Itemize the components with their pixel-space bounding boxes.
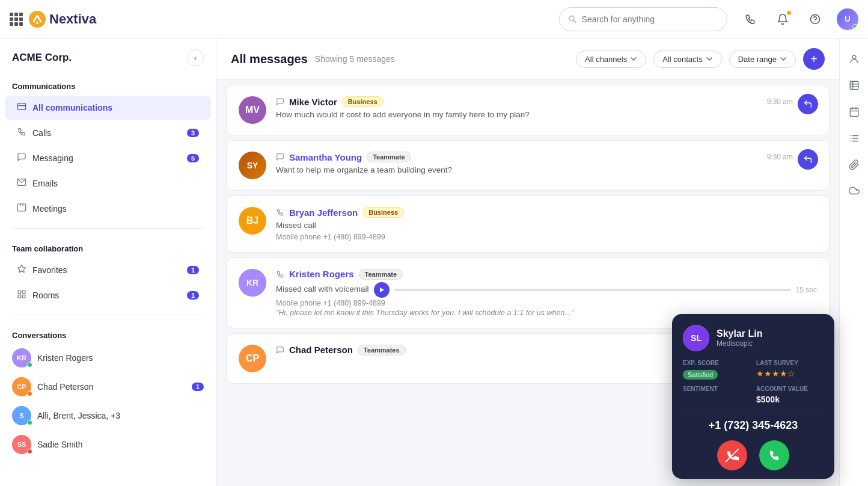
msg-text-kristen: Missed call with voicemail xyxy=(276,284,369,295)
sidebar-item-meetings[interactable]: Meetings xyxy=(5,197,211,221)
call-card-number: +1 (732) 345-4623 xyxy=(683,419,824,432)
hangup-btn[interactable] xyxy=(717,440,747,470)
calls-label: Calls xyxy=(32,128,181,138)
exp-score-label: EXP. SCORE xyxy=(683,360,750,366)
sidebar-item-emails[interactable]: Emails xyxy=(5,171,211,195)
right-cloud-btn[interactable] xyxy=(843,180,865,202)
main-subtitle: Showing 5 messages xyxy=(315,54,395,64)
svg-rect-21 xyxy=(850,108,858,117)
call-card-stats: EXP. SCORE Satisfied LAST SURVEY ★★★★☆ S… xyxy=(683,360,824,404)
right-paperclip-btn[interactable] xyxy=(843,154,865,176)
online-dot-group xyxy=(27,420,32,425)
sidebar-divider-2 xyxy=(12,315,204,315)
all-comms-icon xyxy=(17,102,26,114)
filter-date-btn[interactable]: Date range xyxy=(729,51,796,68)
accept-call-icon xyxy=(768,449,781,462)
nav-grid-icon[interactable] xyxy=(10,13,23,26)
msg-tag-chad: Teammates xyxy=(358,345,406,355)
sidebar-item-all-communications[interactable]: All communications xyxy=(5,96,211,120)
add-message-btn[interactable]: + xyxy=(803,48,825,70)
msg-avatar-kristen: KR xyxy=(239,269,266,297)
conv-contact-sadie[interactable]: SS Sadie Smith xyxy=(0,430,216,459)
msg-time-samantha: 9:30 am xyxy=(767,153,793,161)
sidebar-item-rooms[interactable]: Rooms 1 xyxy=(5,283,211,307)
svg-rect-17 xyxy=(850,81,858,90)
sidebar-item-messaging[interactable]: Messaging 5 xyxy=(5,146,211,170)
svg-rect-11 xyxy=(18,291,21,294)
chevron-down-icon-3 xyxy=(780,55,787,63)
sidebar: ACME Corp. ‹ Communications All communic… xyxy=(0,38,216,486)
logo-text: Nextiva xyxy=(49,11,96,27)
bell-icon-btn[interactable] xyxy=(772,8,793,30)
phone-icon-bryan xyxy=(276,208,284,217)
conv-contact-chad[interactable]: CP Chad Peterson 1 xyxy=(0,372,216,401)
conv-contact-kristen[interactable]: KR Kristen Rogers xyxy=(0,343,216,372)
svg-point-5 xyxy=(815,21,816,22)
sidebar-collapse-btn[interactable]: ‹ xyxy=(187,49,204,66)
audio-duration: 15 sec xyxy=(796,286,817,294)
chevron-down-icon-2 xyxy=(706,55,713,63)
sidebar-item-favorites[interactable]: Favorites 1 xyxy=(5,258,211,282)
chat-icon-samantha xyxy=(276,153,284,161)
sentiment-block: SENTIMENT xyxy=(683,386,750,404)
call-card-avatar: SL xyxy=(683,325,709,351)
accept-call-btn[interactable] xyxy=(759,440,789,470)
reply-icon-samantha xyxy=(803,155,813,164)
main-title: All messages xyxy=(231,52,308,66)
communications-section-label: Communications xyxy=(0,73,216,94)
right-list-btn[interactable] xyxy=(843,128,865,149)
msg-avatar-chad: CP xyxy=(239,345,266,372)
search-input[interactable] xyxy=(582,14,718,24)
phone-icon-btn[interactable] xyxy=(739,8,761,30)
sidebar-divider-1 xyxy=(12,228,204,229)
msg-body-mike: Mike Victor Business How much would it c… xyxy=(276,96,817,121)
emails-label: Emails xyxy=(32,179,199,188)
right-person-btn[interactable] xyxy=(843,48,865,70)
conv-name-kristen: Kristen Rogers xyxy=(37,353,204,363)
message-card-bryan[interactable]: BJ Bryan Jefferson Business Missed call … xyxy=(226,195,830,253)
online-dot-sadie xyxy=(27,449,32,454)
svg-marker-15 xyxy=(380,288,384,292)
right-calendar-btn[interactable] xyxy=(843,101,865,123)
reply-btn-mike[interactable] xyxy=(798,94,818,114)
chat-icon-mike xyxy=(276,97,284,106)
calls-badge: 3 xyxy=(187,129,199,137)
msg-avatar-mike: MV xyxy=(239,96,266,124)
search-bar[interactable] xyxy=(559,7,727,31)
favorites-icon xyxy=(17,264,26,276)
play-voicemail-btn[interactable] xyxy=(374,282,390,298)
filter-contacts-btn[interactable]: All contacts xyxy=(653,51,721,68)
help-icon-btn[interactable] xyxy=(804,8,826,30)
messaging-badge: 5 xyxy=(187,154,199,162)
all-comms-label: All communications xyxy=(32,103,199,112)
conv-contact-group[interactable]: S Alli, Brent, Jessica, +3 xyxy=(0,401,216,430)
rooms-label: Rooms xyxy=(32,291,181,300)
message-card-mike-victor[interactable]: MV Mike Victor Business How much would i… xyxy=(226,85,830,135)
bell-icon xyxy=(777,13,789,25)
svg-line-3 xyxy=(573,20,576,22)
conv-name-chad: Chad Peterson xyxy=(37,382,186,392)
search-icon xyxy=(568,14,577,24)
conv-avatar-chad: CP xyxy=(12,377,31,396)
user-avatar[interactable]: U xyxy=(837,8,858,30)
call-card-divider xyxy=(683,413,824,413)
reply-btn-samantha[interactable] xyxy=(798,149,818,170)
conv-avatar-kristen: KR xyxy=(12,348,31,368)
sidebar-header: ACME Corp. ‹ xyxy=(0,38,216,73)
cloud-icon xyxy=(849,186,860,197)
list-icon xyxy=(849,133,860,144)
msg-tag-bryan: Business xyxy=(362,207,404,218)
right-table-btn[interactable] xyxy=(843,75,865,96)
account-value-label: ACCOUNT VALUE xyxy=(756,386,824,392)
team-collab-label: Team collaboration xyxy=(0,236,216,257)
svg-point-1 xyxy=(36,22,38,24)
sidebar-item-calls[interactable]: Calls 3 xyxy=(5,121,211,145)
conversations-label: Conversations xyxy=(0,322,216,343)
phone-icon xyxy=(744,13,756,25)
conv-badge-chad: 1 xyxy=(192,383,204,391)
filter-channels-btn[interactable]: All channels xyxy=(576,51,646,68)
msg-body-kristen: Kristen Rogers Teammate Missed call with… xyxy=(276,269,817,317)
hangup-icon xyxy=(726,449,739,462)
star-rating: ★★★★☆ xyxy=(756,369,824,378)
message-card-samantha[interactable]: SY Samantha Young Teammate Want to help … xyxy=(226,140,830,191)
